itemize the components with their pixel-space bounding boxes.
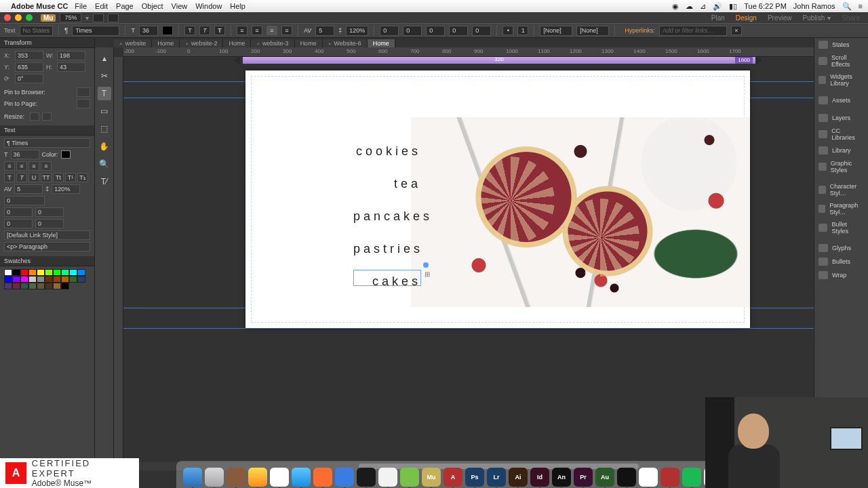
dock-app[interactable] — [660, 468, 679, 487]
pin-page-grid[interactable] — [77, 99, 90, 108]
resize-w[interactable] — [30, 113, 39, 121]
txt-caps[interactable]: TT — [41, 173, 52, 182]
transform-h[interactable] — [57, 62, 85, 72]
menu-item-pastries[interactable]: pastries — [353, 242, 421, 256]
selection-box[interactable]: ⊞ — [353, 270, 421, 286]
dock-app[interactable] — [357, 468, 376, 487]
text-leading[interactable] — [52, 184, 80, 194]
swatch[interactable] — [61, 269, 69, 276]
tool-hand[interactable]: ✋ — [98, 140, 111, 153]
text-v1[interactable] — [4, 207, 33, 217]
panel-paragraph-styl-[interactable]: Paragraph Styl… — [814, 199, 868, 218]
text-size[interactable] — [11, 150, 39, 159]
panel-widgets-library[interactable]: Widgets Library — [814, 70, 868, 89]
swatch[interactable] — [28, 276, 37, 283]
list-numbers[interactable]: 1 — [517, 26, 528, 35]
txt-super[interactable]: T¹ — [65, 173, 76, 182]
swatch[interactable] — [4, 276, 12, 283]
swatch[interactable] — [12, 269, 20, 276]
hyperlinks-field[interactable]: Add or filter links… — [659, 26, 727, 36]
swatch[interactable] — [28, 283, 37, 289]
list-bullets[interactable]: • — [502, 26, 513, 35]
panel-layers[interactable]: Layers — [814, 111, 868, 125]
dock-app[interactable]: A — [443, 468, 462, 487]
swatch[interactable] — [45, 276, 53, 283]
style-italic[interactable]: T — [199, 26, 210, 35]
tab-website-2[interactable]: ×website-2 — [180, 39, 223, 47]
panel-bullets[interactable]: Bullets — [814, 255, 868, 268]
menu-item-tea[interactable]: tea — [353, 177, 421, 191]
tab-website-3[interactable]: ×website-3 — [251, 39, 294, 47]
transform-x[interactable] — [15, 51, 43, 60]
text-font[interactable]: ¶ Times — [4, 138, 90, 148]
tab-home-2[interactable]: Home — [223, 39, 251, 47]
breakpoint-bar[interactable]: 320 — [243, 57, 755, 64]
breakpoint-value[interactable]: 1600 — [735, 57, 753, 64]
style-regular[interactable]: T — [184, 26, 195, 35]
text-v2[interactable] — [35, 207, 64, 217]
ruler-horizontal[interactable]: -200-10001002003004005006007008009001000… — [123, 47, 814, 57]
swatch[interactable] — [12, 283, 20, 289]
txt-align-justify[interactable]: ≡ — [41, 161, 52, 171]
indent-right[interactable]: 0 — [426, 26, 445, 36]
dock-app[interactable]: Mu — [422, 468, 441, 487]
view-toggle-2[interactable] — [108, 14, 119, 22]
swatch[interactable] — [28, 269, 37, 276]
txt-align-right[interactable]: ≡ — [28, 161, 39, 171]
spotlight-icon[interactable]: 🔍 — [842, 2, 852, 11]
panel-swatches-header[interactable]: Swatches — [0, 256, 94, 266]
dock-app[interactable]: Au — [595, 468, 614, 487]
tool-crop[interactable]: ✂ — [98, 69, 111, 83]
menu-window[interactable]: Window — [195, 2, 222, 10]
align-right[interactable]: ≡ — [267, 26, 277, 35]
panel-cc-libraries[interactable]: CC Libraries — [814, 125, 868, 144]
menubar-user[interactable]: John Ramos — [793, 2, 835, 10]
txt-italic[interactable]: T — [16, 173, 27, 182]
guide[interactable] — [123, 328, 814, 329]
swatch[interactable] — [4, 269, 12, 276]
font-size[interactable]: 36 — [139, 26, 158, 36]
text-color-swatch[interactable] — [61, 150, 71, 159]
paragraph-tag[interactable]: <p> Paragraph — [4, 242, 90, 251]
close-icon[interactable]: × — [185, 41, 189, 47]
text-v0[interactable] — [4, 196, 45, 205]
dock-app[interactable] — [400, 468, 419, 487]
tab-home-1[interactable]: Home — [152, 39, 180, 47]
mode-plan[interactable]: Plan — [711, 14, 725, 22]
panel-states[interactable]: States — [814, 38, 868, 52]
space-before[interactable]: 0 — [449, 26, 468, 36]
dock-app[interactable] — [335, 468, 354, 487]
dock-app[interactable]: Lr — [487, 468, 506, 487]
hyperlink-clear[interactable]: × — [731, 26, 742, 35]
close-icon[interactable]: × — [119, 41, 123, 47]
swatch[interactable] — [61, 276, 69, 283]
swatch[interactable] — [20, 276, 28, 283]
dock-app[interactable]: Ps — [465, 468, 484, 487]
txt-align-left[interactable]: ≡ — [4, 161, 15, 171]
panel-scroll-effects[interactable]: Scroll Effects — [814, 52, 868, 70]
panel-character-styl-[interactable]: Character Styl… — [814, 180, 868, 199]
swatch[interactable] — [69, 269, 77, 276]
pin-browser-grid[interactable] — [77, 87, 90, 97]
text-v4[interactable] — [35, 219, 64, 228]
notification-icon[interactable]: ≡ — [859, 2, 863, 10]
panel-text-header[interactable]: Text — [0, 125, 94, 136]
txt-align-center[interactable]: ≡ — [16, 161, 27, 171]
overflow-icon[interactable]: ⊞ — [425, 270, 430, 278]
panel-library[interactable]: Library — [814, 144, 868, 157]
dock-app[interactable] — [617, 468, 636, 487]
dock-app[interactable]: Ai — [509, 468, 528, 487]
tool-text[interactable]: T — [98, 87, 111, 100]
text-color[interactable] — [162, 26, 173, 35]
ruler-vertical[interactable] — [114, 57, 123, 470]
dock-app[interactable] — [292, 468, 311, 487]
panel-wrap[interactable]: Wrap — [814, 268, 868, 282]
txt-underline[interactable]: U — [28, 173, 39, 182]
swatches-grid[interactable] — [4, 269, 92, 289]
menubar-clock[interactable]: Tue 6:22 PM — [744, 2, 787, 10]
tool-zoom[interactable]: 🔍 — [98, 157, 111, 171]
swatch[interactable] — [20, 283, 28, 289]
view-toggle-1[interactable] — [93, 14, 104, 22]
tool-selection[interactable]: ▴ — [98, 52, 111, 65]
panel-glyphs[interactable]: Glyphs — [814, 241, 868, 255]
